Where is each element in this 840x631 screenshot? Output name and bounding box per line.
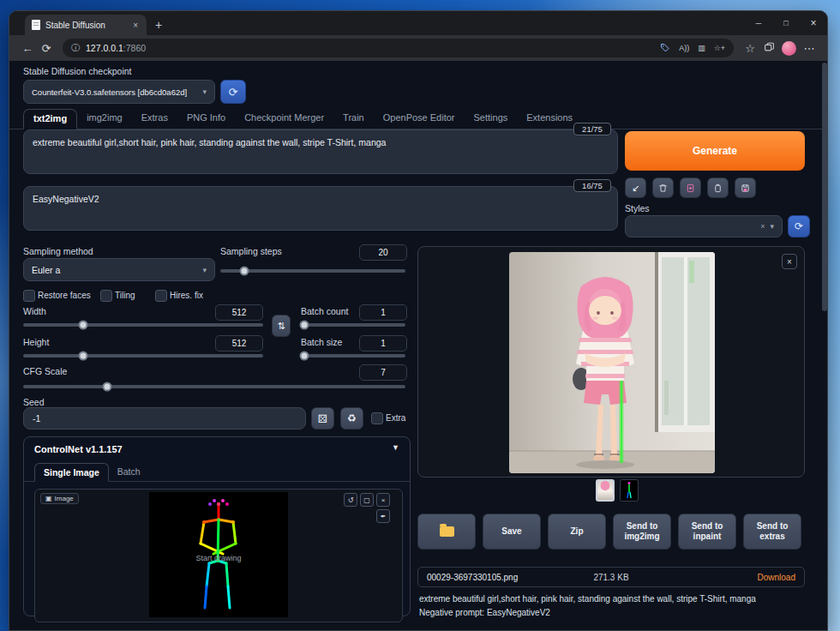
collections-icon[interactable] — [759, 41, 778, 55]
restore-faces-checkbox[interactable] — [23, 290, 35, 302]
tab-settings[interactable]: Settings — [465, 109, 518, 129]
thumbnail-pose[interactable] — [620, 479, 639, 502]
tab-extensions[interactable]: Extensions — [517, 109, 582, 129]
address-bar[interactable]: ⓘ 127.0.0.1 :7860 A)) ▥ ☆+ — [63, 39, 734, 57]
sampling-steps-value[interactable]: 20 — [359, 244, 407, 261]
reuse-seed-button[interactable]: ♻ — [340, 407, 363, 430]
slider-knob[interactable] — [79, 352, 88, 361]
extra-seed-checkbox[interactable] — [371, 412, 383, 424]
maximize-button[interactable]: □ — [772, 11, 800, 35]
checkpoint-label: Stable Diffusion checkpoint — [23, 66, 131, 76]
url-host: 127.0.0.1 — [86, 43, 123, 53]
styles-dropdown[interactable]: × ▾ — [625, 215, 783, 237]
save-button[interactable]: Save — [483, 514, 541, 550]
seed-input[interactable] — [23, 407, 306, 430]
save-style-button[interactable] — [735, 177, 756, 198]
slider-knob[interactable] — [240, 267, 249, 276]
tab-extras[interactable]: Extras — [132, 109, 177, 129]
tiling-checkbox[interactable] — [100, 290, 112, 302]
batch-count-label: Batch count — [301, 306, 348, 316]
extra-networks-button[interactable] — [680, 177, 701, 198]
send-to-inpaint-button[interactable]: Send to inpaint — [678, 514, 736, 550]
main-tab-bar: txt2img img2img Extras PNG Info Checkpoi… — [9, 109, 828, 129]
tab-train[interactable]: Train — [333, 109, 374, 129]
batch-size-slider[interactable] — [301, 354, 405, 358]
zip-button[interactable]: Zip — [548, 514, 606, 550]
checkpoint-dropdown[interactable]: Counterfeit-V3.0.safetensors [db6cd0a62d… — [23, 80, 215, 104]
page-scrollbar[interactable] — [822, 63, 827, 311]
tab-checkpoint-merger[interactable]: Checkpoint Merger — [235, 109, 333, 129]
slider-knob[interactable] — [299, 352, 309, 361]
browser-tab[interactable]: Stable Diffusion × — [25, 15, 147, 35]
width-slider[interactable] — [23, 323, 263, 327]
close-window-button[interactable]: × — [800, 11, 827, 35]
send-to-extras-button[interactable]: Send to extras — [743, 514, 801, 550]
sampling-method-label: Sampling method — [23, 246, 93, 256]
accordion-caret-icon[interactable]: ▼ — [392, 443, 399, 452]
clear-prompt-button[interactable] — [652, 177, 674, 198]
tab-png-info[interactable]: PNG Info — [177, 109, 235, 129]
close-gallery-button[interactable]: × — [782, 254, 797, 269]
open-folder-button[interactable] — [417, 514, 476, 550]
refresh-styles-button[interactable]: ⟳ — [788, 215, 810, 237]
tab-openpose-editor[interactable]: OpenPose Editor — [374, 109, 465, 129]
split-screen-icon[interactable]: ▥ — [698, 44, 705, 52]
thumbnail-pose-art — [621, 480, 638, 501]
download-link[interactable]: Download — [673, 573, 795, 582]
clear-image-icon[interactable]: × — [376, 493, 390, 507]
send-to-img2img-button[interactable]: Send to img2img — [613, 514, 671, 550]
paste-params-button[interactable]: ↙ — [625, 177, 646, 198]
height-slider[interactable] — [23, 354, 263, 358]
height-value[interactable]: 512 — [215, 335, 263, 352]
reload-button[interactable]: ⟳ — [37, 42, 56, 55]
add-favorite-icon[interactable]: ☆+ — [714, 44, 725, 52]
batch-count-slider[interactable] — [301, 323, 405, 327]
batch-size-value[interactable]: 1 — [359, 335, 407, 352]
slider-knob[interactable] — [79, 321, 88, 330]
controlnet-tab-batch[interactable]: Batch — [109, 463, 149, 481]
generate-button[interactable]: Generate — [625, 131, 805, 171]
browser-menu-icon[interactable]: ⋯ — [800, 42, 819, 55]
swap-dimensions-button[interactable]: ⇅ — [272, 315, 291, 337]
seed-label: Seed — [23, 397, 45, 407]
tab-img2img[interactable]: img2img — [77, 109, 132, 129]
slider-knob[interactable] — [103, 382, 112, 392]
pen-tool-icon[interactable]: ✒ — [376, 509, 390, 523]
apply-styles-button[interactable] — [707, 177, 729, 198]
random-seed-button[interactable]: ⚄ — [311, 407, 334, 430]
generated-image[interactable] — [509, 252, 715, 473]
thumbnail-result[interactable] — [596, 479, 615, 502]
sampling-method-dropdown[interactable]: Euler a ▾ — [23, 258, 215, 281]
chevron-down-icon: ▾ — [202, 87, 207, 96]
openpose-canvas[interactable]: Start drawing — [149, 492, 288, 617]
generation-info-prompt: extreme beautiful girl,short hair, pink … — [419, 594, 803, 604]
hires-fix-checkbox[interactable] — [155, 290, 167, 302]
tab-txt2img[interactable]: txt2img — [23, 109, 77, 129]
read-aloud-icon[interactable]: A)) — [679, 44, 689, 52]
favorites-icon[interactable]: ☆ — [741, 42, 759, 55]
clear-styles-icon[interactable]: × — [760, 222, 765, 231]
profile-avatar[interactable] — [782, 41, 796, 56]
batch-count-value[interactable]: 1 — [359, 304, 407, 321]
shopping-tag-icon[interactable] — [660, 43, 670, 53]
site-info-icon[interactable]: ⓘ — [71, 42, 80, 54]
refresh-checkpoint-button[interactable]: ⟳ — [220, 80, 246, 104]
dice-icon: ⚄ — [318, 412, 327, 425]
cfg-scale-value[interactable]: 7 — [359, 364, 407, 381]
slider-knob[interactable] — [299, 321, 309, 330]
tab-close-icon[interactable]: × — [131, 21, 140, 30]
new-tab-button[interactable]: + — [155, 18, 162, 32]
prompt-input[interactable]: extreme beautiful girl,short hair, pink … — [23, 129, 618, 174]
controlnet-tab-single-image[interactable]: Single Image — [34, 463, 109, 482]
paste-arrow-icon: ↙ — [632, 183, 639, 194]
controlnet-accordion-title[interactable]: ControlNet v1.1.157 — [34, 444, 123, 454]
cfg-scale-slider[interactable] — [23, 385, 405, 388]
negative-prompt-input[interactable]: EasyNegativeV2 — [23, 186, 618, 231]
sampling-steps-slider[interactable] — [220, 269, 405, 273]
undo-icon[interactable]: ↺ — [344, 493, 357, 507]
minimize-button[interactable]: ─ — [745, 11, 772, 35]
page-favicon-icon — [32, 20, 40, 30]
back-button[interactable]: ← — [18, 42, 37, 55]
width-value[interactable]: 512 — [215, 304, 263, 321]
expand-icon[interactable]: ▢ — [360, 493, 374, 507]
